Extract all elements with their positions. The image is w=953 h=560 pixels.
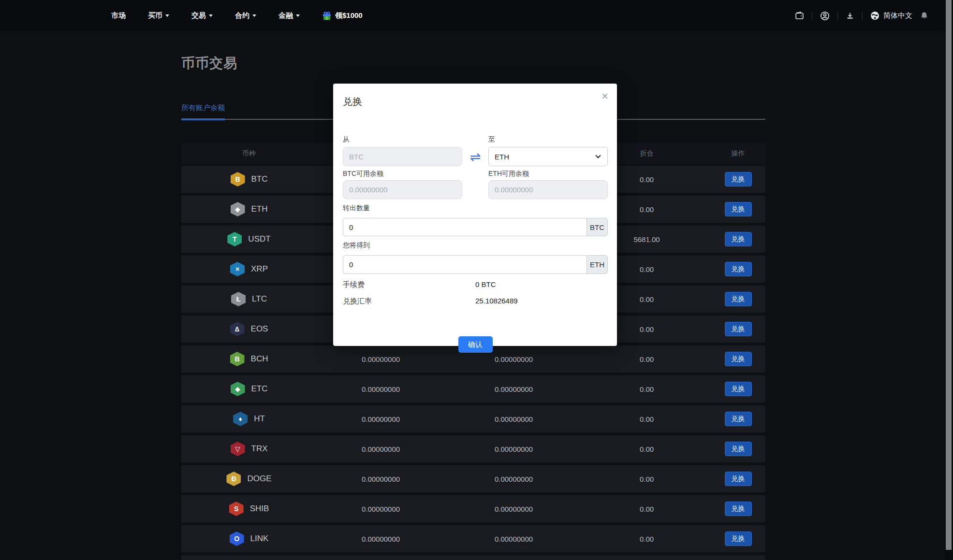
- to-balance-label: ETH可用余额: [488, 170, 608, 178]
- nav-item-0[interactable]: 市场: [111, 11, 126, 20]
- receive-input-group: ETH: [343, 255, 608, 274]
- coin-cell: SSHIB: [181, 502, 317, 516]
- fee-label: 手续费: [343, 280, 475, 289]
- rate-label: 兑换汇率: [343, 297, 475, 306]
- exchange-button[interactable]: 兑换: [725, 232, 752, 246]
- rate-value: 25.10826489: [475, 297, 518, 306]
- nav-item-2[interactable]: 交易: [191, 11, 213, 20]
- action-cell: 兑换: [711, 382, 765, 396]
- coin-symbol: HT: [254, 414, 265, 424]
- exchange-button[interactable]: 兑换: [725, 352, 752, 366]
- available-cell: 0.00000000: [317, 415, 445, 423]
- etc-coin-icon: ◆: [231, 382, 245, 396]
- exchange-button[interactable]: 兑换: [725, 382, 752, 396]
- tab-all-account-balances[interactable]: 所有账户余额: [181, 103, 225, 119]
- converted-cell-value: 0.00: [640, 445, 654, 453]
- frozen-cell: 0.00000000: [445, 505, 583, 513]
- available-cell: 0.00000000: [317, 475, 445, 483]
- confirm-button[interactable]: 确认: [458, 336, 493, 353]
- to-balance-input[interactable]: [488, 180, 608, 199]
- from-currency-input[interactable]: [343, 147, 462, 166]
- download-icon[interactable]: [845, 11, 855, 21]
- ltc-coin-icon: Ł: [231, 292, 246, 306]
- table-row-shib: SSHIB0.000000000.000000000.00兑换: [181, 495, 765, 522]
- link-coin-icon: O: [230, 531, 244, 546]
- language-label: 简体中文: [883, 11, 912, 20]
- converted-cell-value: 0.00: [640, 325, 654, 333]
- bch-coin-icon: B: [230, 352, 245, 366]
- receive-input[interactable]: [343, 255, 586, 274]
- nav-item-3[interactable]: 合约: [235, 11, 256, 20]
- converted-cell: 0.00: [583, 535, 711, 543]
- available-cell: 0.00000000: [317, 535, 445, 543]
- chevron-down-icon: [296, 14, 300, 17]
- column-header: 币种: [181, 149, 317, 158]
- nav-item-4[interactable]: 金融: [279, 11, 300, 20]
- scrollbar[interactable]: [945, 0, 953, 560]
- wallet-icon[interactable]: [794, 11, 805, 21]
- divider: [837, 13, 838, 19]
- available-cell-value: 0.00000000: [362, 535, 400, 543]
- to-currency-select[interactable]: ETH: [488, 147, 608, 166]
- table-row-ht: ♦HT0.000000000.000000000.00兑换: [181, 405, 765, 432]
- coin-symbol: USDT: [248, 234, 270, 244]
- user-account-icon[interactable]: [820, 11, 830, 21]
- converted-cell: 0.00: [583, 385, 711, 393]
- currency-row: 从 ⇌ 至 ETH: [343, 135, 608, 166]
- converted-cell-value: 0.00: [640, 535, 654, 543]
- coin-symbol: LINK: [250, 534, 269, 544]
- language-selector[interactable]: 简体中文: [870, 11, 912, 21]
- exchange-button[interactable]: 兑换: [725, 262, 752, 276]
- converted-cell-value: 0.00: [640, 475, 654, 483]
- converted-cell: 0.00: [583, 355, 711, 363]
- frozen-cell: 0.00000000: [445, 385, 583, 393]
- notifications-bell-icon[interactable]: [920, 11, 929, 20]
- column-header: 操作: [711, 149, 765, 158]
- coin-symbol: DOGE: [247, 474, 271, 484]
- exchange-button[interactable]: 兑换: [725, 202, 752, 216]
- coin-cell: OLINK: [181, 531, 317, 546]
- exchange-button[interactable]: 兑换: [725, 322, 752, 336]
- divider: [862, 13, 863, 19]
- close-icon[interactable]: ×: [601, 90, 608, 102]
- table-row-link: OLINK0.000000000.000000000.00兑换: [181, 525, 765, 552]
- nav-item-label: 买币: [148, 11, 162, 20]
- amount-label: 转出数量: [343, 204, 608, 213]
- exchange-button[interactable]: 兑换: [725, 442, 752, 456]
- coin-cell: ◆ETC: [181, 382, 317, 396]
- swap-arrows-icon[interactable]: ⇌: [470, 150, 481, 163]
- scrollbar-thumb[interactable]: [946, 0, 952, 550]
- nav-item-label: 交易: [191, 11, 206, 20]
- exchange-button[interactable]: 兑换: [725, 292, 752, 306]
- nav-item-1[interactable]: 买币: [148, 11, 169, 20]
- available-cell-value: 0.00000000: [362, 505, 400, 513]
- exchange-button[interactable]: 兑换: [725, 412, 752, 426]
- exchange-modal: 兑换 × 从 ⇌ 至 ETH BTC可用余额 ETH可用余额 转出数量 B: [333, 84, 617, 346]
- available-cell-value: 0.00000000: [362, 355, 400, 363]
- coin-cell: ▽TRX: [181, 442, 317, 456]
- amount-input[interactable]: [343, 218, 586, 236]
- to-label: 至: [488, 135, 608, 144]
- promo-button[interactable]: 领$1000: [322, 11, 363, 21]
- converted-cell-value: 0.00: [640, 265, 654, 273]
- available-cell-value: 0.00000000: [362, 385, 400, 393]
- action-cell: 兑换: [711, 202, 765, 216]
- frozen-cell: 0.00000000: [445, 475, 583, 483]
- top-navbar: 市场买币交易合约金融 领$1000: [0, 0, 953, 32]
- exchange-button[interactable]: 兑换: [725, 531, 752, 546]
- exchange-button[interactable]: 兑换: [725, 472, 752, 486]
- exchange-button[interactable]: 兑换: [725, 172, 752, 187]
- exchange-button[interactable]: 兑换: [725, 502, 752, 516]
- promo-label: 领$1000: [335, 11, 363, 20]
- frozen-cell: 0.00000000: [445, 415, 583, 423]
- to-currency-value: ETH: [495, 153, 509, 161]
- gift-icon: [322, 11, 332, 21]
- coin-cell: TUSDT: [181, 232, 317, 246]
- converted-cell-value: 0.00: [640, 385, 654, 393]
- frozen-cell: 0.00000000: [445, 535, 583, 543]
- coin-cell: ŁLTC: [181, 292, 317, 306]
- from-balance-input[interactable]: [343, 180, 462, 199]
- ht-coin-icon: ♦: [233, 412, 248, 426]
- coin-symbol: ETH: [251, 204, 268, 214]
- table-row-etc: ◆ETC0.000000000.000000000.00兑换: [181, 375, 765, 402]
